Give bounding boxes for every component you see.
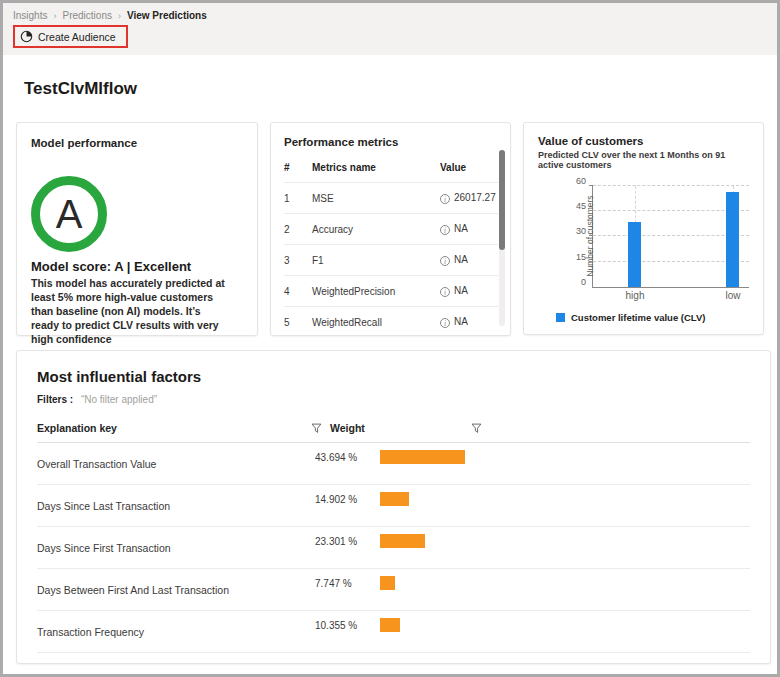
metric-name: F1 xyxy=(312,245,440,276)
model-grade-letter: A xyxy=(56,192,83,237)
model-performance-card: Model performance A Model score: A | Exc… xyxy=(16,122,258,336)
influential-factors-card: Most influential factors Filters : “No f… xyxy=(16,350,771,664)
model-performance-title: Model performance xyxy=(31,137,243,149)
metric-num: 4 xyxy=(284,276,312,307)
value-of-customers-card: Value of customers Predicted CLV over th… xyxy=(523,122,764,335)
metric-num: 2 xyxy=(284,214,312,245)
performance-metrics-card: Performance metrics # Metrics name Value… xyxy=(270,122,511,336)
filters-value: “No filter applied” xyxy=(81,394,157,405)
scrollbar-thumb[interactable] xyxy=(499,150,505,250)
performance-metrics-table: # Metrics name Value 1 MSE i26017.27 2 A… xyxy=(284,152,498,336)
table-row: 3 F1 iNA xyxy=(284,245,498,276)
legend-swatch xyxy=(556,313,565,322)
x-tick-label: low xyxy=(725,290,740,301)
factor-key: Overall Transaction Value xyxy=(37,443,315,470)
factor-weight-bar xyxy=(380,492,409,506)
model-grade-badge: A xyxy=(31,176,107,252)
metric-value: iNA xyxy=(440,245,498,276)
factor-weight-value: 43.694 % xyxy=(315,443,380,463)
metric-value-text: NA xyxy=(454,223,468,234)
factor-weight-value: 14.902 % xyxy=(315,485,380,505)
metric-name: WeightedPrecision xyxy=(312,276,440,307)
factor-key: Days Since Last Transaction xyxy=(37,485,315,512)
bar-high[interactable] xyxy=(628,222,641,287)
y-tick-label: 60 xyxy=(576,176,586,186)
model-score-line: Model score: A | Excellent xyxy=(31,259,243,274)
bar-low[interactable] xyxy=(726,192,739,287)
metrics-header-row: # Metrics name Value xyxy=(284,152,498,183)
metric-num: 1 xyxy=(284,183,312,214)
factor-weight-value: 7.747 % xyxy=(315,569,380,589)
influential-factors-title: Most influential factors xyxy=(37,368,750,385)
value-of-customers-title: Value of customers xyxy=(538,135,749,147)
factor-row: Transaction Frequency 10.355 % xyxy=(37,611,750,653)
metrics-col-value: Value xyxy=(440,152,498,183)
performance-metrics-title: Performance metrics xyxy=(284,136,496,148)
y-tick-mark xyxy=(589,210,593,211)
metric-name: MSE xyxy=(312,183,440,214)
breadcrumb-view-predictions: View Predictions xyxy=(127,10,207,21)
metric-value-text: NA xyxy=(454,316,468,327)
factors-header-row: Explanation key Weight xyxy=(37,422,750,443)
info-icon[interactable]: i xyxy=(440,225,450,235)
factor-row: Days Since First Transaction 23.301 % xyxy=(37,527,750,569)
metric-num: 5 xyxy=(284,307,312,337)
metric-value-text: NA xyxy=(454,285,468,296)
gridline xyxy=(593,185,749,186)
create-audience-label: Create Audience xyxy=(38,31,116,43)
factor-weight-bar xyxy=(380,576,395,590)
info-icon[interactable]: i xyxy=(440,287,450,297)
table-row: 1 MSE i26017.27 xyxy=(284,183,498,214)
metric-value: iNA xyxy=(440,276,498,307)
metric-value: iNA xyxy=(440,214,498,245)
table-row: 4 WeightedPrecision iNA xyxy=(284,276,498,307)
filter-icon[interactable] xyxy=(471,423,482,434)
factor-weight-bar xyxy=(380,450,465,464)
metric-name: WeightedRecall xyxy=(312,307,440,337)
cards-row: Model performance A Model score: A | Exc… xyxy=(16,122,764,336)
legend-label: Customer lifetime value (CLV) xyxy=(571,312,705,323)
y-tick-mark xyxy=(589,185,593,186)
explanation-key-header: Explanation key xyxy=(37,422,117,434)
y-tick-label: 15 xyxy=(576,252,586,262)
weight-header: Weight xyxy=(330,422,365,434)
breadcrumb: Insights › Predictions › View Prediction… xyxy=(13,10,767,21)
y-tick-mark xyxy=(589,261,593,262)
y-tick-label: 30 xyxy=(576,226,586,236)
main-content: TestClvMlflow Model performance A Model … xyxy=(3,55,777,664)
table-row: 5 WeightedRecall iNA xyxy=(284,307,498,337)
table-row: 2 Accuracy iNA xyxy=(284,214,498,245)
breadcrumb-predictions[interactable]: Predictions xyxy=(62,10,111,21)
metrics-scrollbar[interactable] xyxy=(499,150,505,326)
factor-weight-bar xyxy=(380,534,425,548)
metric-name: Accuracy xyxy=(312,214,440,245)
filters-line: Filters : “No filter applied” xyxy=(37,394,750,405)
metrics-col-num: # xyxy=(284,152,312,183)
filter-icon[interactable] xyxy=(311,423,322,434)
metric-value-text: 26017.27 xyxy=(454,192,496,203)
metric-value-text: NA xyxy=(454,254,468,265)
info-icon[interactable]: i xyxy=(440,318,450,328)
clv-bar-chart: Number of customers 0 15 30 45 60 high xyxy=(592,186,749,288)
filters-label: Filters : xyxy=(37,394,73,405)
y-tick-label: 0 xyxy=(581,277,586,287)
top-bar: Insights › Predictions › View Prediction… xyxy=(3,3,777,55)
factor-row: Overall Transaction Value 43.694 % xyxy=(37,443,750,485)
info-icon[interactable]: i xyxy=(440,194,450,204)
x-tick-label: high xyxy=(626,290,645,301)
metric-num: 3 xyxy=(284,245,312,276)
factor-weight-bar xyxy=(380,618,400,632)
factor-key: Transaction Frequency xyxy=(37,611,315,638)
page-title: TestClvMlflow xyxy=(24,79,764,99)
chevron-right-icon: › xyxy=(53,11,56,21)
annotation-highlight-box: Create Audience xyxy=(13,25,128,48)
metric-value: i26017.27 xyxy=(440,183,498,214)
info-icon[interactable]: i xyxy=(440,256,450,266)
factor-key: Days Between First And Last Transaction xyxy=(37,569,315,596)
y-tick-mark xyxy=(589,235,593,236)
create-audience-button[interactable]: Create Audience xyxy=(15,27,126,46)
y-tick-label: 45 xyxy=(576,201,586,211)
factor-weight-value: 23.301 % xyxy=(315,527,380,547)
breadcrumb-insights[interactable]: Insights xyxy=(13,10,47,21)
factor-key: Days Since First Transaction xyxy=(37,527,315,554)
